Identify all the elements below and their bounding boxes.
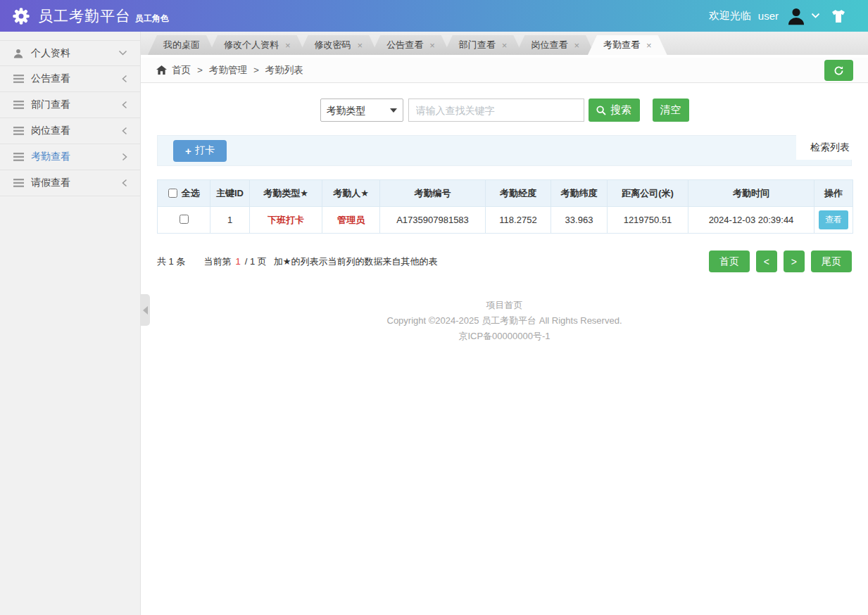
close-icon[interactable]: ×: [429, 41, 435, 50]
content: 考勤类型 搜索 清空: [141, 83, 868, 615]
tab-attendance[interactable]: 考勤查看 ×: [588, 35, 667, 55]
tab-announcement[interactable]: 公告查看 ×: [371, 35, 451, 55]
search-icon: [596, 106, 606, 115]
punch-in-label: 打卡: [195, 144, 215, 157]
cell-distance: 1219750.51: [608, 207, 688, 234]
cell-checkbox: [158, 207, 210, 234]
menu-icon: [13, 179, 24, 187]
tab-label: 修改密码: [315, 39, 351, 51]
tab-change-password[interactable]: 修改密码 ×: [299, 35, 379, 55]
prev-page-button[interactable]: <: [756, 251, 777, 272]
breadcrumb-home[interactable]: 首页: [172, 64, 191, 77]
sidebar-item-label: 岗位查看: [31, 125, 70, 137]
attendance-table: 全选 主键ID 考勤类型★ 考勤人★ 考勤编号 考勤经度 考勤纬度 距离公司(米…: [157, 179, 853, 234]
col-action: 操作: [814, 180, 853, 207]
star-note: 加★的列表示当前列的数据来自其他的表: [274, 255, 438, 268]
app-title: 员工考勤平台: [38, 6, 131, 26]
tab-label: 部门查看: [459, 39, 496, 51]
col-code: 考勤编号: [380, 180, 486, 207]
footer-icp: 京ICP备00000000号-1: [157, 329, 852, 344]
sidebar-item-position[interactable]: 岗位查看: [0, 118, 140, 144]
breadcrumb-separator: >: [197, 65, 203, 75]
col-id: 主键ID: [210, 180, 250, 207]
close-icon[interactable]: ×: [502, 41, 508, 50]
first-page-button[interactable]: 首页: [709, 251, 750, 272]
sidebar-item-attendance[interactable]: 考勤查看: [0, 144, 140, 170]
layout: 个人资料 公告查看 部门查看: [0, 32, 868, 615]
chevron-left-icon: [122, 179, 127, 187]
row-checkbox[interactable]: [180, 215, 189, 224]
tab-label: 岗位查看: [531, 39, 567, 51]
close-icon[interactable]: ×: [358, 41, 363, 50]
sidebar-item-leave[interactable]: 请假查看: [0, 170, 140, 196]
attendance-type-select[interactable]: 考勤类型: [320, 99, 403, 122]
last-page-button[interactable]: 尾页: [811, 251, 852, 272]
sidebar-item-label: 个人资料: [31, 47, 70, 60]
cell-time: 2024-12-03 20:39:44: [688, 207, 814, 234]
search-row: 考勤类型 搜索 清空: [157, 99, 852, 122]
username: user: [758, 10, 779, 22]
gear-icon: [11, 6, 31, 26]
current-page-prefix: 当前第: [203, 255, 231, 268]
header-right: 欢迎光临 user: [709, 7, 847, 25]
col-select-all: 全选: [158, 180, 210, 207]
breadcrumb-section[interactable]: 考勤管理: [209, 64, 247, 77]
tab-label: 考勤查看: [603, 39, 640, 51]
close-icon[interactable]: ×: [285, 41, 291, 50]
chevron-left-icon: [122, 101, 127, 109]
tab-label: 我的桌面: [163, 39, 200, 51]
close-icon[interactable]: ×: [574, 41, 579, 50]
tab-department[interactable]: 部门查看 ×: [444, 35, 523, 55]
cell-type: 下班打卡: [250, 207, 322, 234]
toolbar: + 打卡 检索列表: [157, 135, 852, 166]
tab-desktop[interactable]: 我的桌面: [148, 35, 215, 55]
next-page-button[interactable]: >: [784, 251, 805, 272]
col-time: 考勤时间: [688, 180, 814, 207]
close-icon[interactable]: ×: [646, 41, 652, 50]
col-longitude: 考勤经度: [486, 180, 551, 207]
sidebar-item-department[interactable]: 部门查看: [0, 92, 140, 118]
search-input[interactable]: [408, 99, 584, 122]
main-area: 我的桌面 修改个人资料 × 修改密码 × 公告查看 × 部门查看 × 岗位查看 …: [141, 32, 868, 615]
menu-icon: [13, 75, 24, 83]
sidebar-item-label: 部门查看: [31, 99, 70, 111]
current-page-text: 当前第 1 / 1 页: [203, 255, 266, 268]
avatar[interactable]: [787, 7, 805, 25]
sidebar-item-profile[interactable]: 个人资料: [0, 40, 140, 66]
home-icon: [156, 65, 167, 75]
footer-home-link[interactable]: 项目首页: [157, 298, 852, 313]
sidebar-item-label: 请假查看: [31, 177, 70, 189]
menu-icon: [13, 101, 24, 109]
sidebar-item-label: 公告查看: [31, 72, 70, 85]
tab-position[interactable]: 岗位查看 ×: [515, 35, 595, 55]
cell-person: 管理员: [322, 207, 380, 234]
chevron-left-icon: [122, 75, 127, 83]
pagination: 共 1 条 当前第 1 / 1 页 加★的列表示当前列的数据来自其他的表 首页 …: [157, 251, 852, 272]
shirt-icon[interactable]: [830, 9, 847, 23]
search-button[interactable]: 搜索: [589, 99, 640, 122]
plus-icon: +: [185, 146, 191, 156]
select-all-checkbox[interactable]: [168, 189, 177, 198]
tab-edit-profile[interactable]: 修改个人资料 ×: [208, 35, 306, 55]
view-button[interactable]: 查看: [819, 210, 848, 229]
breadcrumb-current: 考勤列表: [265, 64, 303, 77]
cell-id: 1: [210, 207, 250, 234]
refresh-button[interactable]: [824, 60, 853, 81]
select-all-label: 全选: [182, 187, 200, 200]
cell-latitude: 33.963: [551, 207, 608, 234]
cell-longitude: 118.2752: [486, 207, 551, 234]
clear-button-label: 清空: [660, 103, 681, 117]
chevron-down-icon[interactable]: [811, 13, 820, 19]
col-distance: 距离公司(米): [608, 180, 688, 207]
col-latitude: 考勤纬度: [551, 180, 608, 207]
col-type: 考勤类型★: [250, 180, 322, 207]
punch-in-button[interactable]: + 打卡: [173, 140, 227, 162]
clear-button[interactable]: 清空: [653, 99, 689, 122]
welcome-text: 欢迎光临: [709, 9, 751, 23]
sidebar: 个人资料 公告查看 部门查看: [0, 32, 141, 615]
total-count: 共 1 条: [157, 255, 185, 268]
refresh-icon: [833, 65, 845, 77]
sidebar-collapse-handle[interactable]: [141, 294, 150, 326]
chevron-down-icon: [118, 50, 127, 56]
sidebar-item-announcement[interactable]: 公告查看: [0, 66, 140, 92]
